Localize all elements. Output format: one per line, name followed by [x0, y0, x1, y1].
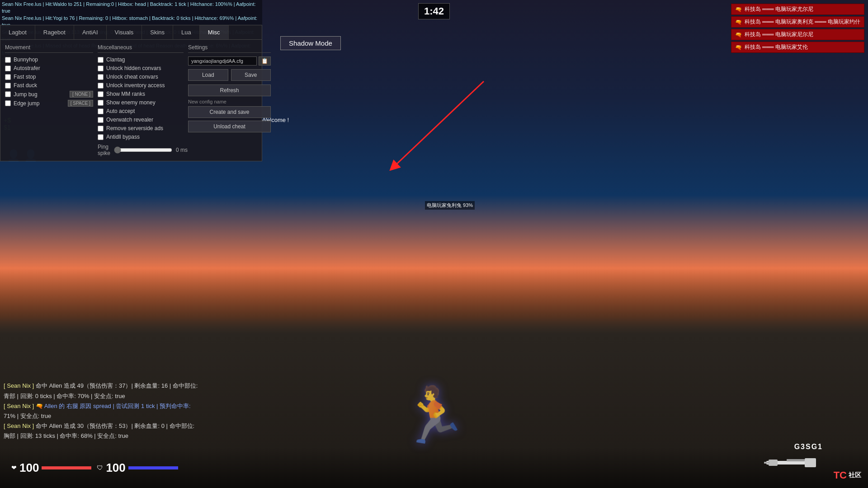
antidll-row[interactable]: Antidll bypass — [98, 134, 184, 140]
clantag-label[interactable]: Clantag — [106, 56, 184, 63]
team-entry-4: 🔫 科技岛 ═══ 电脑玩家艾伦 — [731, 42, 864, 53]
health-icon: ❤ — [11, 464, 17, 471]
edge-jump-row[interactable]: Edge jump [ SPACE ] — [5, 100, 93, 107]
fast-stop-label[interactable]: Fast stop — [14, 74, 93, 80]
show-enemy-money-label[interactable]: Show enemy money — [106, 99, 184, 106]
svg-line-0 — [393, 81, 484, 167]
load-save-row: Load Save — [188, 69, 271, 81]
team-label-2: 科技岛 ═══ 电脑玩家奥利克 ═══ 电脑玩家约什 — [745, 18, 860, 26]
bunnyhop-checkbox[interactable] — [5, 57, 11, 63]
unlock-cheat-label[interactable]: Unlock cheat convars — [106, 74, 184, 80]
arrow-svg — [357, 77, 493, 190]
gun-icon-2: 🔫 — [735, 19, 742, 25]
character-model: 🏃 — [400, 384, 468, 447]
fast-stop-checkbox[interactable] — [5, 74, 11, 80]
kill-line-1: [ Sean Nix ] 命中 Allen 造成 49（预估伤害：37）| 剩余… — [4, 381, 198, 391]
edge-jump-checkbox[interactable] — [5, 100, 11, 106]
fast-duck-row[interactable]: Fast duck — [5, 82, 93, 89]
unlock-inventory-checkbox[interactable] — [98, 83, 104, 89]
arrow-indicator — [357, 77, 493, 191]
game-timer: 1:42 — [418, 3, 450, 19]
autostrafer-row[interactable]: Autostrafer — [5, 65, 93, 71]
clantag-checkbox[interactable] — [98, 57, 104, 63]
unlock-hidden-label[interactable]: Unlock hidden convars — [106, 65, 184, 71]
bunnyhop-row[interactable]: Bunnyhop — [5, 56, 93, 63]
show-enemy-money-row[interactable]: Show enemy money — [98, 99, 184, 106]
refresh-button[interactable]: Refresh — [188, 84, 271, 96]
team-entry-1: 🔫 科技岛 ═══ 电脑玩家尤尔尼 — [731, 4, 864, 15]
ping-label: Ping spike — [98, 144, 110, 156]
save-button[interactable]: Save — [231, 69, 271, 81]
tab-skins[interactable]: Skins — [142, 25, 173, 39]
jump-bug-row[interactable]: Jump bug [ NONE ] — [5, 91, 93, 98]
tab-misc[interactable]: Misc — [200, 25, 229, 39]
svg-rect-5 — [764, 462, 769, 464]
fast-stop-row[interactable]: Fast stop — [5, 74, 93, 80]
settings-column: Settings 📋 Load Save Refresh New config … — [188, 44, 271, 156]
tab-lagbot[interactable]: Lagbot — [0, 25, 35, 39]
unlock-hidden-checkbox[interactable] — [98, 66, 104, 71]
bottom-hud: ❤ 100 🛡 100 — [0, 447, 868, 488]
cheat-menu-panel: Lagbot Ragebot AntiAI Visuals Skins Lua … — [0, 25, 262, 161]
antidll-checkbox[interactable] — [98, 134, 104, 140]
fast-duck-label[interactable]: Fast duck — [14, 82, 93, 89]
auto-accept-checkbox[interactable] — [98, 108, 104, 114]
auto-accept-row[interactable]: Auto accept — [98, 108, 184, 114]
misc-title: Miscellaneous — [98, 44, 184, 53]
overwatch-label[interactable]: Overwatch revealer — [106, 117, 184, 123]
health-value: 100 — [19, 461, 39, 475]
tab-antiai[interactable]: AntiAI — [74, 25, 107, 39]
kill-line-2b: 71% | 安全点: true — [4, 411, 198, 421]
overwatch-checkbox[interactable] — [98, 117, 104, 123]
shadow-mode-button[interactable]: Shadow Mode — [280, 36, 341, 50]
show-mm-checkbox[interactable] — [98, 91, 104, 97]
auto-accept-label[interactable]: Auto accept — [106, 108, 184, 114]
autostrafer-checkbox[interactable] — [5, 66, 11, 71]
clantag-row[interactable]: Clantag — [98, 56, 184, 63]
jump-bug-checkbox[interactable] — [5, 91, 11, 97]
tc-community-badge: TC 社区 — [834, 469, 861, 481]
tab-visuals[interactable]: Visuals — [107, 25, 142, 39]
rifle-svg — [764, 453, 823, 471]
ping-row: Ping spike 0 ms — [98, 144, 184, 156]
jump-bug-keybind[interactable]: [ NONE ] — [70, 91, 93, 98]
team-label-3: 科技岛 ═══ 电脑玩家尼尔尼 — [745, 31, 813, 38]
tc-community-label: 社区 — [849, 471, 861, 479]
svg-rect-4 — [787, 459, 805, 461]
ping-slider[interactable] — [114, 146, 172, 154]
edge-jump-keybind[interactable]: [ SPACE ] — [68, 100, 93, 107]
misc-column: Miscellaneous Clantag Unlock hidden conv… — [98, 44, 184, 156]
fast-duck-checkbox[interactable] — [5, 83, 11, 89]
unlock-cheat-checkbox[interactable] — [98, 74, 104, 80]
tab-ragebot[interactable]: Ragebot — [35, 25, 74, 39]
armor-value: 100 — [106, 461, 125, 475]
load-button[interactable]: Load — [188, 69, 228, 81]
overwatch-row[interactable]: Overwatch revealer — [98, 117, 184, 123]
autostrafer-label[interactable]: Autostrafer — [14, 65, 93, 71]
bunnyhop-label[interactable]: Bunnyhop — [14, 56, 93, 63]
menu-body: Movement Bunnyhop Autostrafer Fast stop … — [0, 40, 262, 161]
kill-line-3: [ Sean Nix ] 命中 Allen 造成 30（预估伤害：53）| 剩余… — [4, 421, 198, 431]
kill-line-3b: 胸部 | 回测: 13 ticks | 命中率: 68% | 安全点: true — [4, 431, 198, 441]
show-mm-row[interactable]: Show MM ranks — [98, 91, 184, 97]
unlock-cheat-row[interactable]: Unlock cheat convars — [98, 74, 184, 80]
config-copy-button[interactable]: 📋 — [259, 56, 271, 66]
create-save-button[interactable]: Create and save — [188, 106, 271, 118]
edge-jump-label[interactable]: Edge jump — [14, 100, 65, 107]
remove-ads-checkbox[interactable] — [98, 126, 104, 131]
unlock-inventory-row[interactable]: Unlock inventory access — [98, 82, 184, 89]
tab-lua[interactable]: Lua — [173, 25, 200, 39]
gun-display: G3SG1 — [764, 443, 823, 472]
show-mm-label[interactable]: Show MM ranks — [106, 91, 184, 97]
remove-ads-label[interactable]: Remove serverside ads — [106, 125, 184, 131]
unload-cheat-button[interactable]: Unload cheat — [188, 121, 271, 132]
antidll-label[interactable]: Antidll bypass — [106, 134, 184, 140]
settings-title: Settings — [188, 44, 271, 53]
config-filename-input[interactable] — [188, 56, 257, 66]
team-list: 🔫 科技岛 ═══ 电脑玩家尤尔尼 🔫 科技岛 ═══ 电脑玩家奥利克 ═══ … — [731, 4, 864, 53]
unlock-hidden-row[interactable]: Unlock hidden convars — [98, 65, 184, 71]
remove-ads-row[interactable]: Remove serverside ads — [98, 125, 184, 131]
jump-bug-label[interactable]: Jump bug — [14, 91, 67, 98]
show-enemy-money-checkbox[interactable] — [98, 100, 104, 106]
unlock-inventory-label[interactable]: Unlock inventory access — [106, 82, 184, 89]
